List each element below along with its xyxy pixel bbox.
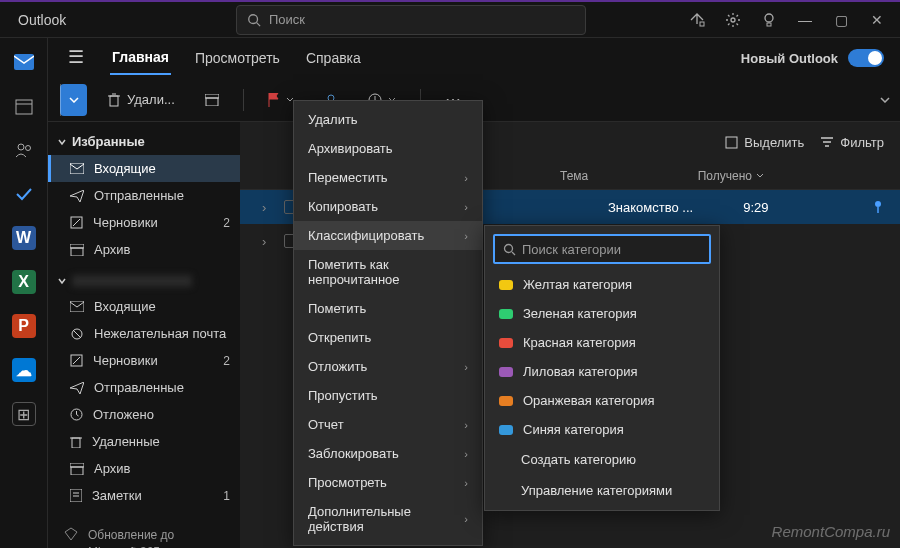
svg-rect-31	[70, 463, 84, 467]
title-bar: Outlook Поиск — ▢ ✕	[0, 0, 900, 38]
rail-powerpoint[interactable]: P	[12, 314, 36, 338]
new-outlook-label: Новый Outlook	[741, 51, 838, 66]
category-orange[interactable]: Оранжевая категория	[485, 386, 719, 415]
ctx-mark-unread[interactable]: Пометить как непрочитанное	[294, 250, 482, 294]
svg-rect-23	[71, 248, 83, 256]
swatch-yellow	[499, 280, 513, 290]
new-outlook-toggle[interactable]: Новый Outlook	[741, 49, 884, 67]
svg-line-1	[257, 22, 261, 26]
select-button[interactable]: Выделить	[725, 135, 804, 150]
rail-todo[interactable]	[12, 182, 36, 206]
filter-button[interactable]: Фильтр	[820, 135, 884, 150]
new-message-caret[interactable]	[60, 84, 87, 116]
ctx-ignore[interactable]: Пропустить	[294, 381, 482, 410]
maximize-button[interactable]: ▢	[832, 12, 850, 28]
rail-excel[interactable]: X	[12, 270, 36, 294]
rail-more-apps[interactable]: ⊞	[12, 402, 36, 426]
swatch-orange	[499, 396, 513, 406]
archive-button[interactable]	[195, 94, 229, 106]
ctx-block[interactable]: Заблокировать›	[294, 439, 482, 468]
context-menu: Удалить Архивировать Переместить› Копиро…	[293, 100, 483, 546]
search-input[interactable]: Поиск	[236, 5, 586, 35]
sync-icon[interactable]	[688, 12, 706, 28]
svg-point-42	[505, 244, 513, 252]
toggle-switch[interactable]	[848, 49, 884, 67]
category-red[interactable]: Красная категория	[485, 328, 719, 357]
diamond-icon	[64, 527, 78, 548]
ctx-flag[interactable]: Пометить	[294, 294, 482, 323]
folder-archive[interactable]: Архив	[48, 455, 240, 482]
manage-categories[interactable]: Управление категориями	[485, 475, 719, 506]
category-purple[interactable]: Лиловая категория	[485, 357, 719, 386]
trash-icon	[107, 93, 121, 107]
ctx-report[interactable]: Отчет›	[294, 410, 482, 439]
tab-view[interactable]: Просмотреть	[193, 42, 282, 74]
folder-deleted[interactable]: Удаленные	[48, 428, 240, 455]
junk-icon	[70, 328, 84, 340]
expand-ribbon[interactable]	[880, 97, 890, 103]
ctx-move[interactable]: Переместить›	[294, 163, 482, 192]
svg-rect-10	[205, 94, 219, 98]
ctx-unpin[interactable]: Открепить	[294, 323, 482, 352]
tab-help[interactable]: Справка	[304, 42, 363, 74]
account-section[interactable]	[48, 269, 240, 293]
folder-inbox-fav[interactable]: Входящие	[48, 155, 240, 182]
folder-junk[interactable]: Нежелательная почта	[48, 320, 240, 347]
folder-snoozed[interactable]: Отложено	[48, 401, 240, 428]
folder-drafts[interactable]: Черновики 2	[48, 347, 240, 374]
hamburger-icon[interactable]: ☰	[68, 46, 84, 68]
search-placeholder: Поиск	[269, 12, 305, 27]
svg-rect-11	[206, 98, 218, 106]
create-category[interactable]: Создать категорию	[485, 444, 719, 475]
archive-icon	[205, 94, 219, 106]
folder-inbox[interactable]: Входящие	[48, 293, 240, 320]
ctx-view[interactable]: Просмотреть›	[294, 468, 482, 497]
folder-notes[interactable]: Заметки 1	[48, 482, 240, 509]
favorites-label: Избранные	[72, 134, 145, 149]
folder-drafts-fav[interactable]: Черновики 2	[48, 209, 240, 236]
swatch-green	[499, 309, 513, 319]
archive-icon	[70, 244, 84, 256]
rail-people[interactable]	[12, 138, 36, 162]
message-subject: Знакомство ...	[608, 200, 693, 215]
gear-icon[interactable]	[724, 12, 742, 28]
favorites-section[interactable]: Избранные	[48, 128, 240, 155]
close-button[interactable]: ✕	[868, 12, 886, 28]
rail-mail[interactable]	[12, 50, 36, 74]
svg-point-18	[18, 144, 24, 150]
folder-sent-fav[interactable]: Отправленные	[48, 182, 240, 209]
minimize-button[interactable]: —	[796, 12, 814, 28]
category-green[interactable]: Зеленая категория	[485, 299, 719, 328]
new-message-button[interactable]: Новое сообщение	[60, 84, 87, 116]
ctx-archive[interactable]: Архивировать	[294, 134, 482, 163]
ctx-categorize[interactable]: Классифицировать›	[294, 221, 482, 250]
rail-word[interactable]: W	[12, 226, 36, 250]
select-icon	[725, 136, 738, 149]
lightbulb-icon[interactable]	[760, 12, 778, 28]
search-icon	[247, 13, 261, 27]
sent-icon	[70, 190, 84, 202]
rail-calendar[interactable]	[12, 94, 36, 118]
inbox-icon	[70, 163, 84, 174]
ctx-delete[interactable]: Удалить	[294, 105, 482, 134]
pin-icon[interactable]	[872, 200, 884, 214]
category-yellow[interactable]: Желтая категория	[485, 270, 719, 299]
category-search-input[interactable]: Поиск категории	[493, 234, 711, 264]
drafts-icon	[70, 216, 83, 229]
account-email-blurred	[72, 275, 192, 287]
ctx-copy[interactable]: Копировать›	[294, 192, 482, 221]
flag-icon	[268, 93, 280, 107]
svg-rect-15	[14, 54, 34, 70]
rail-onedrive[interactable]: ☁	[12, 358, 36, 382]
column-received[interactable]: Получено	[698, 169, 764, 183]
upgrade-prompt[interactable]: Обновление до Microsoft 365 с премиум-	[48, 515, 240, 548]
ctx-more-actions[interactable]: Дополнительные действия›	[294, 497, 482, 541]
tab-home[interactable]: Главная	[110, 41, 171, 75]
column-subject[interactable]: Тема	[560, 169, 588, 183]
category-blue[interactable]: Синяя категория	[485, 415, 719, 444]
folder-sent[interactable]: Отправленные	[48, 374, 240, 401]
folder-archive-fav[interactable]: Архив	[48, 236, 240, 263]
delete-button[interactable]: Удали...	[97, 92, 185, 107]
ctx-snooze[interactable]: Отложить›	[294, 352, 482, 381]
svg-rect-29	[72, 438, 80, 448]
